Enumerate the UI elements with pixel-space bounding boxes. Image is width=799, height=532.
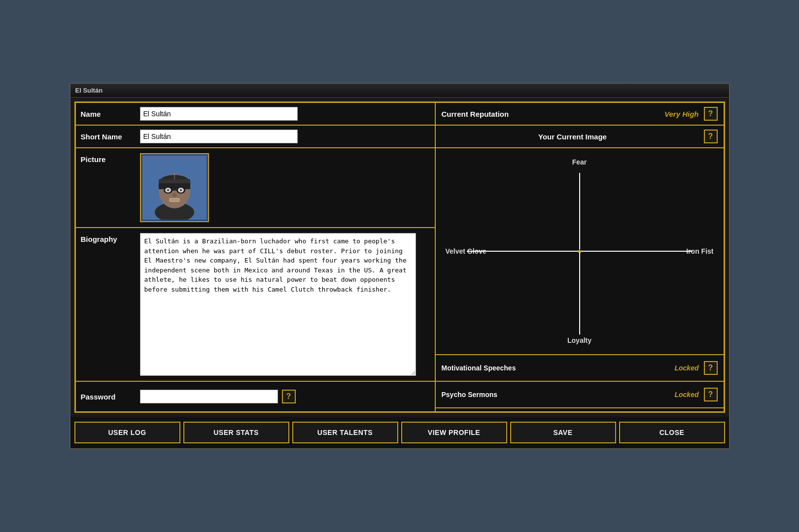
close-button[interactable]: CLOSE bbox=[619, 422, 725, 443]
picture-row: Picture bbox=[76, 148, 435, 228]
svg-text:*: * bbox=[578, 247, 582, 258]
picture-label: Picture bbox=[81, 153, 140, 164]
password-input[interactable] bbox=[140, 390, 278, 403]
motivational-label: Motivational Speeches bbox=[442, 364, 675, 372]
name-label: Name bbox=[81, 110, 140, 118]
psycho-help-icon: ? bbox=[708, 390, 713, 399]
reputation-row: Current Reputation Very High ? bbox=[436, 103, 724, 126]
short-name-label: Short Name bbox=[81, 133, 140, 141]
motivational-help-icon: ? bbox=[708, 364, 713, 372]
compass-svg: * bbox=[436, 148, 724, 354]
svg-point-11 bbox=[180, 189, 182, 191]
svg-point-12 bbox=[172, 193, 177, 197]
password-help-button[interactable]: ? bbox=[282, 390, 296, 403]
psycho-label: Psycho Sermons bbox=[442, 391, 675, 399]
motivational-help-button[interactable]: ? bbox=[704, 361, 718, 375]
left-panel: Name Short Name Picture bbox=[76, 103, 436, 411]
bio-textarea[interactable]: El Sultán is a Brazilian-born luchador w… bbox=[140, 233, 416, 376]
main-window: El Sultán Name Short Name Picture bbox=[69, 83, 730, 449]
user-log-button[interactable]: USER LOG bbox=[74, 422, 180, 443]
bio-row: Biography El Sultán is a Brazilian-born … bbox=[76, 228, 435, 382]
save-button[interactable]: SAVE bbox=[510, 422, 616, 443]
title-bar: El Sultán bbox=[70, 84, 729, 98]
help-icon: ? bbox=[286, 392, 291, 401]
picture-frame[interactable] bbox=[140, 153, 209, 222]
psycho-value: Locked bbox=[674, 391, 698, 399]
right-panel: Current Reputation Very High ? Your Curr… bbox=[436, 103, 724, 411]
bio-label: Biography bbox=[81, 233, 140, 243]
image-help-button[interactable]: ? bbox=[704, 130, 718, 143]
wrestler-image bbox=[142, 156, 207, 220]
svg-rect-16 bbox=[159, 179, 190, 183]
name-input[interactable] bbox=[140, 107, 298, 121]
user-talents-button[interactable]: USER TALENTS bbox=[292, 422, 398, 443]
current-image-header: Your Current Image ? bbox=[436, 126, 724, 148]
svg-point-10 bbox=[167, 189, 169, 191]
rep-help-button[interactable]: ? bbox=[704, 107, 718, 121]
password-row: Password ? bbox=[76, 382, 435, 411]
image-label: Your Current Image bbox=[442, 133, 704, 141]
button-row: USER LOG USER STATS USER TALENTS VIEW PR… bbox=[70, 417, 729, 448]
short-name-row: Short Name bbox=[76, 126, 435, 148]
short-name-input[interactable] bbox=[140, 130, 298, 143]
user-stats-button[interactable]: USER STATS bbox=[183, 422, 289, 443]
password-label: Password bbox=[81, 393, 140, 401]
compass-container: Fear Loyalty Velvet Glove Iron Fist * bbox=[436, 148, 724, 355]
psycho-row: Psycho Sermons Locked ? bbox=[436, 382, 724, 408]
motivational-value: Locked bbox=[674, 364, 698, 372]
name-row: Name bbox=[76, 103, 435, 126]
view-profile-button[interactable]: VIEW PROFILE bbox=[401, 422, 507, 443]
rep-label: Current Reputation bbox=[442, 110, 665, 118]
motivational-row: Motivational Speeches Locked ? bbox=[436, 355, 724, 382]
image-help-icon: ? bbox=[708, 132, 713, 141]
rep-help-icon: ? bbox=[708, 109, 713, 118]
rep-value: Very High bbox=[664, 110, 698, 118]
window-title: El Sultán bbox=[75, 87, 103, 94]
psycho-help-button[interactable]: ? bbox=[704, 388, 718, 401]
